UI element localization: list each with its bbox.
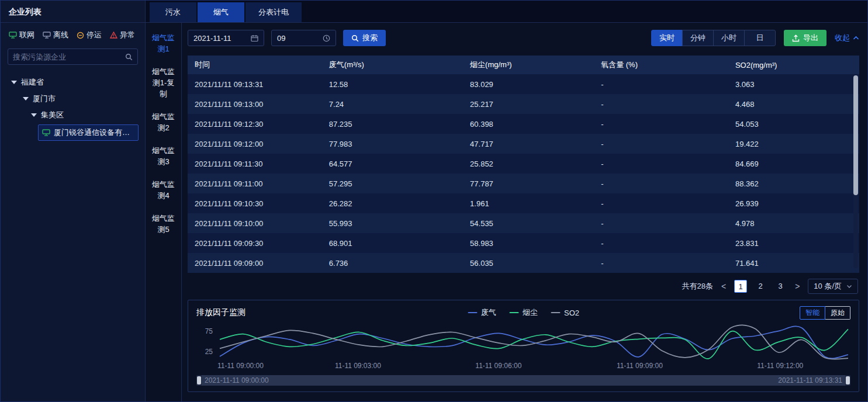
granularity-day[interactable]: 日 <box>744 30 776 46</box>
table-cell: 83.029 <box>463 74 594 94</box>
collapse-toggle[interactable]: 收起 <box>835 33 859 43</box>
subtab-monitor-5[interactable]: 烟气监测5 <box>151 213 176 235</box>
tab-submeter[interactable]: 分表计电 <box>245 2 302 22</box>
col-oxygen: 氧含量 (%) <box>594 56 728 74</box>
subtab-monitor-3[interactable]: 烟气监测3 <box>151 145 176 167</box>
chart-header: 排放因子监测 废气 烟尘 <box>196 306 850 320</box>
tab-wastewater[interactable]: 污水 <box>150 2 196 22</box>
subtab-monitor-4[interactable]: 烟气监测4 <box>151 179 176 201</box>
table-cell: 2021/11/11 09:13:00 <box>188 94 322 114</box>
tree-node-city[interactable]: 厦门市 <box>5 91 140 107</box>
table-scrollbar-thumb[interactable] <box>853 75 858 195</box>
caret-down-icon[interactable] <box>31 113 37 117</box>
table-row[interactable]: 2021/11/11 09:10:3026.2821.961-26.939 <box>188 193 859 213</box>
toolbar-right: 实时 分钟 小时 日 导出 收起 <box>651 30 859 46</box>
hour-input[interactable] <box>277 34 318 43</box>
chart-plot[interactable] <box>217 321 850 362</box>
subtab-monitor-2[interactable]: 烟气监测2 <box>151 111 176 133</box>
status-online: 联网 <box>9 30 34 40</box>
prev-page-icon[interactable]: < <box>720 282 727 291</box>
date-picker <box>188 30 264 46</box>
table-cell: 2021/11/11 09:11:30 <box>188 154 322 174</box>
granularity-hour[interactable]: 小时 <box>713 30 745 46</box>
table-cell: 23.831 <box>728 233 859 253</box>
page-2-button[interactable]: 2 <box>754 280 767 293</box>
table-cell: 25.217 <box>463 94 594 114</box>
caret-down-icon[interactable] <box>23 97 29 100</box>
granularity-minute[interactable]: 分钟 <box>682 30 714 46</box>
export-button[interactable]: 导出 <box>784 30 826 46</box>
emission-chart-panel: 排放因子监测 废气 烟尘 <box>188 300 859 392</box>
page-1-button[interactable]: 1 <box>734 280 747 293</box>
table-cell: 2021/11/11 09:12:30 <box>188 114 322 134</box>
status-suspended-label: 停运 <box>87 30 102 40</box>
table-cell: 2021/11/11 09:10:30 <box>188 193 322 213</box>
clock-icon[interactable] <box>323 34 330 42</box>
table-cell: 54.535 <box>463 213 594 233</box>
table-cell: - <box>594 174 728 193</box>
calendar-icon[interactable] <box>251 34 258 42</box>
table-cell: 2021/11/11 09:11:00 <box>188 174 322 193</box>
table-row[interactable]: 2021/11/11 09:09:3068.90158.983-23.831 <box>188 233 859 253</box>
table-scrollbar[interactable] <box>853 75 858 268</box>
status-online-label: 联网 <box>19 30 34 40</box>
pagination: 共有28条 < 1 2 3 > 10 条/页 <box>188 279 858 294</box>
warning-icon <box>110 32 117 39</box>
subtab-monitor-1[interactable]: 烟气监测1 <box>151 32 176 54</box>
table-cell: - <box>594 94 728 114</box>
table-row[interactable]: 2021/11/11 09:13:007.2425.217-4.468 <box>188 94 859 114</box>
tree-node-province[interactable]: 福建省 <box>5 74 140 91</box>
table-cell: 57.295 <box>322 174 463 193</box>
date-input[interactable] <box>193 34 246 43</box>
page-3-button[interactable]: 3 <box>774 280 787 293</box>
mode-raw-button[interactable]: 原始 <box>825 306 850 320</box>
table-cell: 4.978 <box>728 213 859 233</box>
col-wastegas: 废气(m³/s) <box>322 56 463 74</box>
table-row[interactable]: 2021/11/11 09:09:006.73656.035-71.641 <box>188 253 859 273</box>
table-cell: 3.063 <box>728 74 859 94</box>
legend-wastegas[interactable]: 废气 <box>468 307 496 318</box>
table-row[interactable]: 2021/11/11 09:12:0077.98347.717-19.422 <box>188 134 859 154</box>
table-row[interactable]: 2021/11/11 09:11:3064.57725.852-84.669 <box>188 154 859 174</box>
table-cell: 56.035 <box>463 253 594 273</box>
subtab-monitor-1-copy[interactable]: 烟气监测1-复制 <box>151 66 176 99</box>
table-cell: 4.468 <box>728 94 859 114</box>
table-cell: 12.58 <box>322 74 463 94</box>
chart-body: 75 25 <box>196 321 850 362</box>
table-cell: 2021/11/11 09:10:00 <box>188 213 322 233</box>
slider-selected-range[interactable] <box>202 375 845 386</box>
table-cell: 54.053 <box>728 114 859 134</box>
slider-handle-right[interactable] <box>846 376 850 384</box>
table-cell: 71.641 <box>728 253 859 273</box>
page-size-select[interactable]: 10 条/页 <box>808 279 858 294</box>
search-icon[interactable] <box>125 53 133 61</box>
enterprise-search-input[interactable] <box>13 53 125 61</box>
pagination-total: 共有28条 <box>682 281 713 292</box>
table-row[interactable]: 2021/11/11 09:11:0057.29577.787-88.362 <box>188 174 859 193</box>
chevron-down-icon <box>846 285 852 289</box>
caret-down-icon[interactable] <box>11 81 17 84</box>
legend-smoke[interactable]: 烟尘 <box>509 307 538 318</box>
table-cell: 58.983 <box>463 233 594 253</box>
tree-node-company-selected[interactable]: 厦门锐谷通信设备有限... <box>38 124 139 141</box>
slider-end-label: 2021-11-11 09:13:31 <box>778 375 842 386</box>
search-button[interactable]: 搜索 <box>343 30 386 46</box>
legend-so2[interactable]: SO2 <box>551 309 579 317</box>
granularity-realtime[interactable]: 实时 <box>651 30 683 46</box>
mode-smart-button[interactable]: 智能 <box>800 306 825 320</box>
tree-node-district[interactable]: 集美区 <box>5 107 140 123</box>
circle-minus-icon <box>77 32 84 39</box>
next-page-icon[interactable]: > <box>794 282 801 291</box>
chart-yaxis: 75 25 <box>196 321 217 362</box>
time-range-slider[interactable]: 2021-11-11 09:00:00 2021-11-11 09:13:31 <box>196 375 850 386</box>
tab-fluegas[interactable]: 烟气 <box>198 2 244 22</box>
status-legend: 联网 离线 停运 异常 <box>1 23 145 46</box>
table-row[interactable]: 2021/11/11 09:12:3087.23560.398-54.053 <box>188 114 859 134</box>
table-body: 2021/11/11 09:13:3112.5883.029-3.0632021… <box>188 74 859 273</box>
table-cell: 87.235 <box>322 114 463 134</box>
monitor-online-icon <box>9 32 17 39</box>
table-row[interactable]: 2021/11/11 09:10:0055.99354.535-4.978 <box>188 213 859 233</box>
table-row[interactable]: 2021/11/11 09:13:3112.5883.029-3.063 <box>188 74 859 94</box>
slider-handle-left[interactable] <box>197 376 201 384</box>
table-cell: - <box>594 233 728 253</box>
